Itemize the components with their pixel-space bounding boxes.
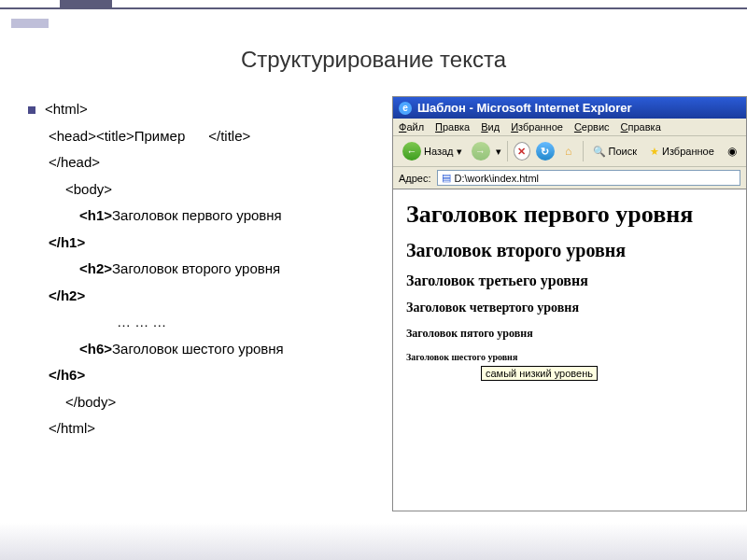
tooltip: самый низкий уровень: [481, 366, 598, 381]
heading-4: Заголовок четвертого уровня: [406, 301, 733, 315]
html-file-icon: ▤: [442, 172, 451, 184]
back-icon: ←: [402, 142, 421, 161]
address-label: Адрес:: [399, 173, 431, 184]
code-text: <head><title>Пример: [49, 128, 185, 144]
decorative-band: [0, 0, 747, 9]
window-title: Шаблон - Microsoft Internet Explorer: [417, 101, 632, 115]
address-input[interactable]: ▤ D:\work\index.html: [437, 170, 740, 186]
menu-edit[interactable]: Правка: [435, 121, 470, 133]
code-text: </html>: [28, 415, 374, 442]
code-text: <html>: [45, 101, 88, 117]
titlebar: e Шаблон - Microsoft Internet Explorer: [393, 97, 746, 119]
home-button[interactable]: ⌂: [560, 143, 577, 160]
star-icon: ★: [650, 146, 659, 158]
code-text: Заголовок шестого уровня: [112, 341, 284, 357]
dropdown-icon: ▾: [457, 146, 462, 158]
heading-5: Заголовок пятого уровня: [406, 327, 733, 341]
search-icon: 🔍: [593, 146, 606, 158]
code-text: </h6>: [49, 367, 85, 383]
address-value: D:\work\index.html: [455, 173, 539, 184]
content-row: <html> <head><title>Пример </title> </he…: [0, 96, 747, 511]
slide-title: Структурирование текста: [0, 47, 747, 73]
dropdown-icon: ▾: [496, 146, 501, 158]
favorites-button[interactable]: ★ Избранное: [646, 144, 718, 160]
back-label: Назад: [424, 146, 454, 157]
code-text: </h2>: [49, 287, 85, 303]
code-text: </body>: [28, 389, 374, 416]
menu-tools[interactable]: Сервис: [574, 121, 610, 133]
address-bar: Адрес: ▤ D:\work\index.html: [393, 167, 746, 189]
menu-favorites[interactable]: Избранное: [511, 121, 563, 133]
more-icon[interactable]: ◉: [724, 143, 740, 160]
menu-help[interactable]: Справка: [621, 121, 661, 133]
code-text: </head>: [28, 149, 374, 176]
menubar: Файл Правка Вид Избранное Сервис Справка: [393, 119, 746, 136]
back-button[interactable]: ← Назад ▾: [399, 140, 466, 162]
decorative-shade: [0, 523, 747, 560]
search-label: Поиск: [609, 146, 637, 157]
code-text: … … …: [28, 309, 374, 336]
forward-button[interactable]: →: [472, 142, 490, 161]
stop-button[interactable]: ✕: [514, 143, 530, 160]
heading-6: Заголовок шестого уровня: [406, 352, 733, 362]
code-text: </h1>: [49, 234, 85, 250]
bullet-icon: [28, 106, 35, 114]
refresh-button[interactable]: ↻: [536, 142, 555, 161]
separator: [507, 141, 508, 161]
menu-file[interactable]: Файл: [399, 121, 424, 133]
heading-3: Заголовок третьего уровня: [406, 273, 733, 289]
separator: [583, 141, 584, 161]
code-text: </title>: [208, 128, 250, 144]
code-text: <h6>: [79, 341, 112, 357]
code-example: <html> <head><title>Пример </title> </he…: [28, 96, 374, 511]
favs-label: Избранное: [662, 146, 714, 157]
code-text: Заголовок первого уровня: [112, 207, 282, 223]
code-text: <h2>: [79, 260, 112, 276]
code-text: <body>: [28, 176, 374, 203]
ie-icon: e: [399, 102, 412, 115]
heading-2: Заголовок второго уровня: [406, 240, 733, 261]
menu-view[interactable]: Вид: [481, 121, 500, 133]
toolbar: ← Назад ▾ → ▾ ✕ ↻ ⌂ 🔍 Поиск ★ Избранное …: [393, 136, 746, 167]
code-text: Заголовок второго уровня: [112, 260, 280, 276]
search-button[interactable]: 🔍 Поиск: [589, 144, 641, 160]
code-text: <h1>: [79, 207, 112, 223]
heading-1: Заголовок первого уровня: [406, 201, 733, 229]
page-viewport: Заголовок первого уровня Заголовок второ…: [393, 189, 746, 511]
browser-window: e Шаблон - Microsoft Internet Explorer Ф…: [392, 96, 747, 511]
